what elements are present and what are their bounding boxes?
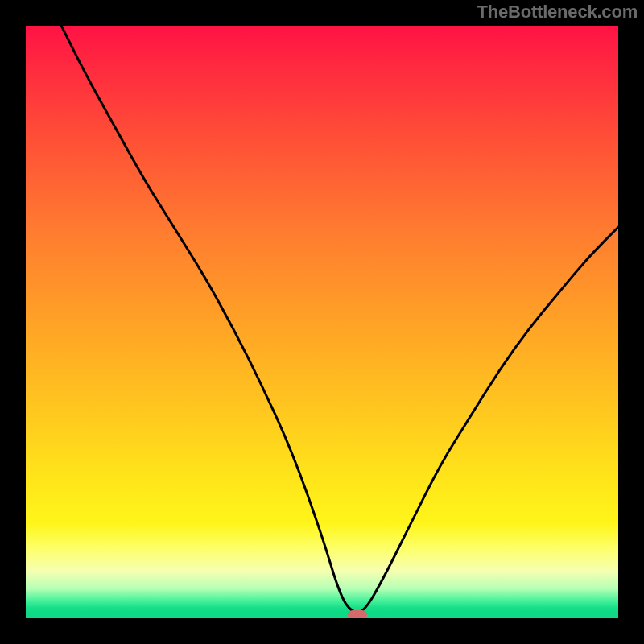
watermark-text: TheBottleneck.com [477,2,638,23]
chart-frame: TheBottleneck.com [0,0,644,644]
plot-area [26,26,618,618]
curve-path [61,26,618,613]
min-marker [348,610,367,618]
bottleneck-curve [26,26,618,618]
